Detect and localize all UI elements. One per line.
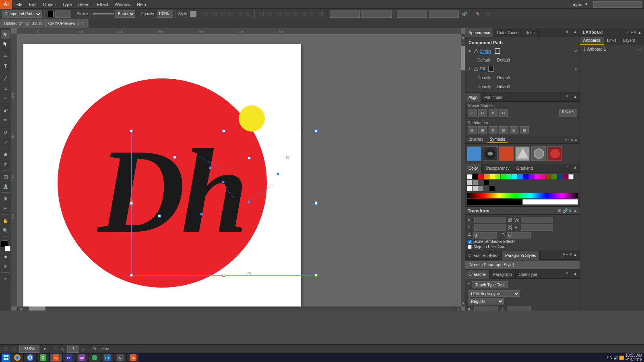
- symbol-6[interactable]: [547, 146, 562, 161]
- ab-add-btn[interactable]: +: [630, 30, 633, 35]
- swatch-lime[interactable]: [495, 174, 500, 179]
- dist-h-btn[interactable]: ⬛: [257, 10, 265, 18]
- unite-btn[interactable]: ⊕: [468, 109, 477, 117]
- network-icon[interactable]: 📶: [619, 356, 624, 360]
- change-mode-btn[interactable]: ▣: [1, 252, 10, 261]
- w-transform-input[interactable]: 66.518 mm: [521, 217, 553, 223]
- h-scroll-thumb[interactable]: [29, 306, 45, 311]
- v-scroll-thumb[interactable]: [461, 46, 465, 70]
- dist-v-btn[interactable]: ⬛: [266, 10, 274, 18]
- gradient-tool[interactable]: ◫: [1, 172, 10, 181]
- char-panel-menu[interactable]: ≡: [564, 270, 571, 278]
- tab-color-guide[interactable]: Color Guide: [494, 28, 522, 37]
- symbol-3[interactable]: [499, 146, 514, 161]
- handle-bc[interactable]: [223, 274, 225, 277]
- path-type-select[interactable]: Compound Path: [2, 10, 42, 18]
- fill-eye[interactable]: 👁: [468, 67, 473, 71]
- swatch-black2[interactable]: [484, 180, 489, 185]
- taskbar-ai2[interactable]: Ai: [127, 354, 139, 362]
- swatch-yellow[interactable]: [489, 174, 495, 179]
- h-transform-input[interactable]: 41.703 mm: [521, 224, 553, 231]
- rotate-tool[interactable]: ↺: [1, 128, 10, 137]
- page-input[interactable]: [67, 346, 79, 353]
- align-bottom-btn[interactable]: ⬛: [244, 10, 252, 18]
- type-tool[interactable]: T: [1, 62, 10, 70]
- w-input[interactable]: 66.518 mm: [397, 10, 427, 18]
- pf-divide-btn[interactable]: ⊞: [468, 126, 477, 134]
- swatch-maroon[interactable]: [563, 174, 568, 179]
- hand-tool[interactable]: ✋: [1, 216, 10, 225]
- extra1-btn[interactable]: ⬛: [283, 10, 291, 18]
- panel-collapse-btn[interactable]: ▲: [571, 28, 580, 37]
- tab-artboards[interactable]: Artboards: [580, 37, 604, 45]
- symbol-1[interactable]: [467, 146, 481, 161]
- taskbar-firefox[interactable]: [11, 354, 23, 362]
- shear-btn[interactable]: ⬛: [483, 10, 491, 18]
- color-panel-menu[interactable]: ≡: [564, 164, 571, 172]
- big-swatch-1[interactable]: [467, 186, 472, 191]
- shear-input[interactable]: [507, 232, 531, 239]
- taskbar-illustrator[interactable]: Ai: [50, 354, 62, 362]
- change-screen-btn[interactable]: ⊡: [1, 262, 10, 271]
- x-transform-input[interactable]: 48.255 mm: [474, 217, 506, 223]
- pf-outline-btn[interactable]: ⊞: [510, 126, 518, 134]
- swatch-lgray[interactable]: [467, 180, 472, 185]
- swatch-blue[interactable]: [523, 174, 528, 179]
- pf-trim-btn[interactable]: ⊟: [478, 126, 487, 134]
- transform-link-btn[interactable]: 🔗: [563, 208, 568, 213]
- taskbar-app7[interactable]: [89, 354, 101, 362]
- handle-tr[interactable]: [315, 130, 318, 132]
- menu-help[interactable]: Help: [134, 0, 149, 8]
- align-middle-btn[interactable]: ⬛: [235, 10, 244, 18]
- big-swatch-4[interactable]: [484, 186, 489, 191]
- volume-icon[interactable]: 🔊: [613, 356, 618, 360]
- font-style-select[interactable]: Regular: [468, 298, 504, 304]
- windows-btn[interactable]: [2, 354, 10, 362]
- menu-object[interactable]: Object: [40, 0, 59, 8]
- mesh-tool[interactable]: #: [1, 160, 10, 169]
- color-panel-collapse[interactable]: ▲: [571, 164, 580, 172]
- brushes-add-btn[interactable]: +: [565, 138, 567, 142]
- swatch-dgray[interactable]: [478, 180, 483, 185]
- eyedropper-tool[interactable]: 🔬: [1, 182, 10, 191]
- align-right-btn[interactable]: ⬛: [219, 10, 227, 18]
- swatch-black[interactable]: [473, 174, 478, 179]
- more-btn[interactable]: ⬛: [274, 10, 282, 18]
- stroke-eye[interactable]: 👁: [468, 49, 473, 53]
- panel-menu-btn[interactable]: ≡: [564, 28, 571, 37]
- tab-close-btn[interactable]: ✕: [81, 21, 85, 26]
- document-tab[interactable]: Untitled-1* @ 318% ( CMYK/Preview ) ✕: [0, 19, 89, 28]
- tab-color[interactable]: Color: [465, 164, 482, 173]
- rect-tool[interactable]: □: [1, 84, 10, 93]
- symbol-5[interactable]: [531, 146, 546, 161]
- ab-menu-btn[interactable]: ≡: [634, 30, 636, 35]
- transform-grid-btn[interactable]: ⊞: [558, 208, 561, 213]
- align-center-btn[interactable]: ⬛: [210, 10, 218, 18]
- stroke-input[interactable]: [55, 10, 71, 18]
- align-left-btn[interactable]: ⬛: [202, 10, 210, 18]
- para-menu-btn[interactable]: ≡: [570, 252, 572, 258]
- handle-br[interactable]: [315, 274, 318, 277]
- scroll-left-btn[interactable]: ◁: [17, 306, 23, 311]
- expand-btn[interactable]: Expand: [559, 109, 577, 117]
- menu-edit[interactable]: Edit: [26, 0, 40, 8]
- pathfinder-collapse[interactable]: ▲: [571, 93, 580, 101]
- scale-tool[interactable]: ⤢: [1, 138, 10, 146]
- swatch-mgray[interactable]: [473, 180, 478, 185]
- transform-menu-btn[interactable]: ≡: [569, 208, 572, 213]
- artboard-options-btn[interactable]: ⊞: [638, 47, 641, 51]
- taskbar-chrome[interactable]: [24, 354, 36, 362]
- tab-brushes[interactable]: Brushes: [465, 136, 487, 143]
- swatch-navy[interactable]: [557, 174, 562, 179]
- big-swatch-5[interactable]: [489, 186, 495, 191]
- tab-character[interactable]: Character: [465, 270, 490, 279]
- swatch-white2[interactable]: [568, 174, 574, 179]
- symbol-4[interactable]: [515, 146, 530, 161]
- taskbar-app3[interactable]: G: [37, 354, 49, 362]
- taskbar-ae[interactable]: Ae: [76, 354, 88, 362]
- menu-select[interactable]: Select: [75, 0, 94, 8]
- line-tool[interactable]: ╱: [1, 74, 10, 83]
- taskbar-photoshop[interactable]: Ps: [101, 354, 114, 362]
- tab-paragraph[interactable]: Paragraph: [490, 270, 516, 279]
- rotate-input[interactable]: ↻: [474, 10, 482, 18]
